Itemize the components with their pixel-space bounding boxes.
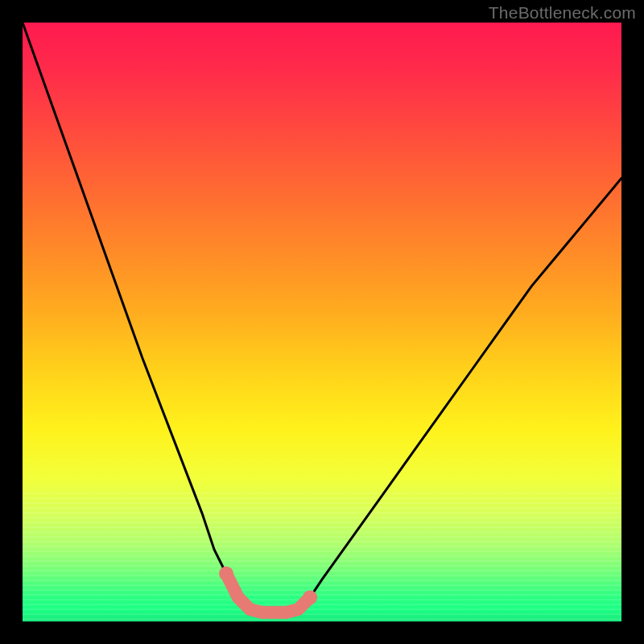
right-curve — [298, 178, 621, 609]
highlight-dot-right — [303, 590, 317, 605]
plot-area — [23, 23, 621, 621]
chart-frame: TheBottleneck.com — [0, 0, 644, 644]
highlight-stroke — [226, 574, 310, 613]
left-curve — [23, 23, 250, 609]
watermark-text: TheBottleneck.com — [489, 3, 636, 23]
black-curve — [23, 23, 621, 613]
valley-highlight — [219, 567, 317, 613]
curve-layer — [23, 23, 621, 621]
highlight-dot-left — [219, 567, 233, 581]
